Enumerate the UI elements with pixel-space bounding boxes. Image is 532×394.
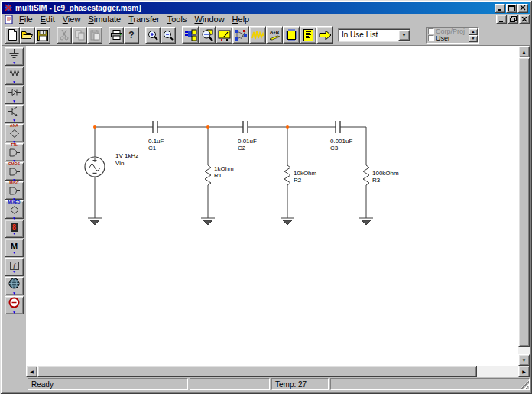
- sidebar-item-miscellaneous[interactable]: M▼: [5, 239, 24, 257]
- postprocessor-icon: A+B: [268, 29, 281, 41]
- user-row: User: [428, 35, 468, 42]
- component-toolbars-button[interactable]: [182, 26, 199, 44]
- capacitor-c2[interactable]: 0.01uF C2: [238, 121, 257, 151]
- paste-button[interactable]: [87, 27, 102, 44]
- maximize-button[interactable]: [506, 4, 517, 13]
- instruments-button[interactable]: [199, 26, 216, 44]
- menu-tools[interactable]: Tools: [164, 15, 191, 24]
- arrow-up-icon: ▲: [522, 50, 527, 54]
- close-button[interactable]: [517, 4, 528, 13]
- open-button[interactable]: [20, 27, 35, 44]
- sidebar-item-sources[interactable]: ▼: [5, 47, 24, 66]
- component-sidebar: ▼ ▼ ▼ ▼ ANA▼ TTL▼ CMOS▼ MISC▼ MIXED▼ 8▼ …: [2, 46, 26, 366]
- help-button[interactable]: ?: [124, 27, 139, 44]
- child-minimize-button[interactable]: [496, 15, 507, 24]
- cut-button[interactable]: [57, 27, 72, 44]
- vertical-scrollbar[interactable]: ▲ ▼: [518, 46, 530, 366]
- flyout-arrow-icon: ▼: [12, 61, 16, 64]
- cut-icon: [60, 30, 69, 41]
- document-icon[interactable]: [5, 15, 15, 24]
- postprocessor-button[interactable]: A+B: [266, 26, 283, 44]
- child-restore-button[interactable]: [508, 15, 518, 24]
- child-close-button[interactable]: [519, 15, 530, 24]
- status-section-4: [330, 378, 530, 390]
- zoom-out-button[interactable]: [161, 27, 176, 44]
- sidebar-item-mixed[interactable]: MIXED▼: [5, 200, 24, 219]
- spinner-down-button[interactable]: ▼: [469, 35, 478, 42]
- flyout-arrow-icon: ▼: [12, 311, 16, 314]
- spinner-up-button[interactable]: ▲: [469, 28, 478, 35]
- resistor-r1[interactable]: 1kOhm R1: [205, 165, 234, 185]
- reports-icon: [302, 29, 315, 41]
- project-panel: Corp/Proj User ▲ ▼: [426, 27, 479, 44]
- plus-sign: [93, 158, 97, 162]
- transfer-button[interactable]: [316, 26, 333, 44]
- m-icon: M: [11, 243, 18, 251]
- combo-dropdown-button[interactable]: ▼: [398, 30, 410, 41]
- netlist-button[interactable]: [232, 26, 249, 44]
- resize-grip[interactable]: [520, 380, 529, 389]
- zoom-in-button[interactable]: [145, 27, 161, 44]
- svg-text:Vin: Vin: [115, 160, 124, 167]
- capacitor-c3[interactable]: 0.001uF C3: [330, 121, 352, 151]
- menu-help[interactable]: Help: [229, 15, 254, 24]
- sidebar-item-indicators[interactable]: 8▼: [5, 220, 24, 238]
- save-button[interactable]: [35, 27, 50, 44]
- capacitor-c1[interactable]: 0.1uF C1: [148, 121, 164, 151]
- schematic-canvas[interactable]: 1V 1kHz Vin 0.1uF C1 0.01uF C2 0.001uF: [26, 46, 518, 366]
- menu-file[interactable]: File: [15, 15, 37, 24]
- in-use-list-combobox[interactable]: In Use List ▼: [338, 28, 410, 42]
- flyout-arrow-icon: ▼: [12, 270, 16, 273]
- sidebar-item-transistors[interactable]: ▼: [5, 105, 24, 123]
- sidebar-item-analog[interactable]: ANA▼: [5, 124, 24, 142]
- status-bar: Ready Temp: 27: [2, 378, 530, 390]
- sidebar-item-cmos[interactable]: CMOS▼: [5, 162, 24, 181]
- voltage-source-vin[interactable]: 1V 1kHz Vin: [85, 152, 138, 177]
- arrow-down-icon: ▼: [472, 36, 475, 41]
- new-button[interactable]: [5, 27, 20, 44]
- scroll-down-button[interactable]: ▼: [518, 354, 530, 366]
- gate-icon: [8, 147, 21, 159]
- print-icon: [111, 30, 122, 40]
- sidebar-item-electromechanical[interactable]: ▼: [5, 296, 24, 314]
- flyout-arrow-icon: ▼: [12, 99, 16, 103]
- corp-proj-checkbox[interactable]: [428, 28, 434, 34]
- menu-simulate[interactable]: Simulate: [84, 15, 125, 24]
- sidebar-item-diodes[interactable]: ▼: [5, 86, 24, 104]
- sidebar-item-controls[interactable]: f▼: [5, 258, 24, 276]
- copy-button[interactable]: [72, 27, 87, 44]
- resistor-icon: [8, 68, 21, 80]
- print-button[interactable]: [109, 27, 124, 44]
- scroll-left-button[interactable]: ◀: [26, 366, 37, 377]
- sidebar-item-basic[interactable]: ▼: [5, 67, 24, 85]
- menu-window[interactable]: Window: [190, 15, 228, 24]
- menu-transfer[interactable]: Transfer: [125, 15, 164, 24]
- sidebar-item-misc-digital[interactable]: MISC▼: [5, 181, 24, 200]
- scroll-up-button[interactable]: ▲: [518, 46, 530, 57]
- status-temp: Temp: 27: [271, 378, 329, 390]
- resistor-r2[interactable]: 10kOhm R2: [284, 165, 317, 185]
- menu-view[interactable]: View: [59, 15, 85, 24]
- reports-button[interactable]: [300, 26, 316, 44]
- create-component-button[interactable]: [283, 26, 300, 44]
- hscroll-row: ◀ ▶: [2, 366, 530, 377]
- analysis-button[interactable]: [249, 26, 266, 44]
- svg-text:C3: C3: [330, 145, 339, 151]
- resistor-r3[interactable]: 100kOhm R3: [363, 165, 399, 185]
- sidebar-item-rf[interactable]: ▼: [5, 277, 24, 295]
- diamond-icon: [8, 204, 21, 217]
- user-checkbox[interactable]: [428, 35, 434, 41]
- sidebar-item-ttl[interactable]: TTL▼: [5, 143, 24, 161]
- title-bar[interactable]: multiSIM - [c9_phasestagger.msm]: [2, 2, 530, 14]
- vertical-scroll-thumb[interactable]: [518, 57, 530, 347]
- horizontal-scroll-thumb[interactable]: [37, 366, 477, 377]
- copy-icon: [75, 30, 85, 41]
- menu-edit[interactable]: Edit: [37, 15, 59, 24]
- scroll-right-button[interactable]: ▶: [518, 366, 530, 377]
- horizontal-scrollbar[interactable]: ◀ ▶: [26, 366, 530, 377]
- minimize-button[interactable]: [495, 4, 505, 13]
- svg-text:0.01uF: 0.01uF: [238, 138, 257, 145]
- transfer-icon: [319, 29, 332, 41]
- multimeter-button[interactable]: [216, 26, 232, 44]
- sidebar-corner: [2, 366, 26, 377]
